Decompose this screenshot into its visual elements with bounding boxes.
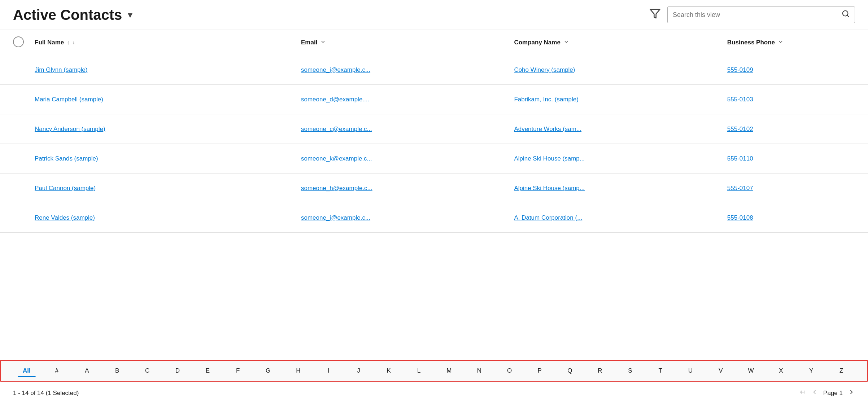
- phone-link-4[interactable]: 555-0107: [727, 185, 753, 192]
- svg-marker-0: [650, 9, 660, 18]
- record-count: 1 - 14 of 14 (1 Selected): [13, 390, 79, 397]
- sort-ascending-icon[interactable]: ↑: [67, 39, 70, 45]
- row-fullname-1[interactable]: Maria Campbell (sample): [35, 96, 301, 103]
- alpha-item-q[interactable]: Q: [555, 364, 585, 377]
- col-header-phone: Business Phone: [727, 39, 855, 46]
- row-phone-0[interactable]: 555-0109: [727, 66, 855, 74]
- alpha-item-z[interactable]: Z: [826, 364, 856, 377]
- alpha-item-i[interactable]: I: [313, 364, 344, 377]
- alpha-item-u[interactable]: U: [675, 364, 706, 377]
- row-phone-5[interactable]: 555-0108: [727, 214, 855, 221]
- alpha-item-m[interactable]: M: [434, 364, 464, 377]
- company-label: Company Name: [514, 39, 560, 46]
- alpha-item-all[interactable]: All: [12, 364, 42, 377]
- phone-sort-icon[interactable]: [778, 39, 784, 46]
- row-company-3[interactable]: Alpine Ski House (samp...: [514, 155, 727, 162]
- company-link-3[interactable]: Alpine Ski House (samp...: [514, 155, 585, 162]
- phone-link-3[interactable]: 555-0110: [727, 155, 753, 162]
- page-label: Page 1: [823, 390, 843, 397]
- row-phone-3[interactable]: 555-0110: [727, 155, 855, 162]
- row-email-0[interactable]: someone_j@example.c...: [301, 66, 514, 74]
- company-link-2[interactable]: Adventure Works (sam...: [514, 126, 581, 132]
- row-company-5[interactable]: A. Datum Corporation (...: [514, 214, 727, 221]
- alpha-item-k[interactable]: K: [374, 364, 404, 377]
- search-box[interactable]: [667, 6, 855, 23]
- sort-descending-icon[interactable]: ↓: [73, 40, 75, 45]
- alpha-item-x[interactable]: X: [766, 364, 796, 377]
- alpha-item-f[interactable]: F: [223, 364, 253, 377]
- row-email-5[interactable]: someone_i@example.c...: [301, 214, 514, 221]
- email-link-5[interactable]: someone_i@example.c...: [301, 214, 370, 221]
- search-input[interactable]: [673, 11, 838, 19]
- email-link-2[interactable]: someone_c@example.c...: [301, 126, 372, 132]
- alpha-item-s[interactable]: S: [615, 364, 645, 377]
- fullname-link-4[interactable]: Paul Cannon (sample): [35, 185, 96, 192]
- row-company-4[interactable]: Alpine Ski House (samp...: [514, 185, 727, 192]
- phone-link-1[interactable]: 555-0103: [727, 96, 753, 103]
- email-sort-icon[interactable]: [320, 39, 326, 46]
- alpha-item-e[interactable]: E: [193, 364, 223, 377]
- fullname-link-2[interactable]: Nancy Anderson (sample): [35, 126, 105, 132]
- fullname-link-3[interactable]: Patrick Sands (sample): [35, 155, 98, 162]
- phone-link-0[interactable]: 555-0109: [727, 66, 753, 73]
- fullname-link-1[interactable]: Maria Campbell (sample): [35, 96, 103, 103]
- next-page-icon[interactable]: [848, 388, 855, 398]
- alpha-item-y[interactable]: Y: [796, 364, 826, 377]
- alpha-item-b[interactable]: B: [102, 364, 132, 377]
- alpha-item-v[interactable]: V: [706, 364, 736, 377]
- alpha-item-o[interactable]: O: [494, 364, 525, 377]
- row-company-0[interactable]: Coho Winery (sample): [514, 66, 727, 74]
- first-page-icon[interactable]: [799, 388, 806, 398]
- page-title: Active Contacts: [13, 7, 122, 23]
- company-sort-icon[interactable]: [563, 39, 569, 46]
- prev-page-icon[interactable]: [811, 388, 818, 398]
- alpha-item-w[interactable]: W: [736, 364, 766, 377]
- email-link-3[interactable]: someone_k@example.c...: [301, 155, 372, 162]
- row-phone-4[interactable]: 555-0107: [727, 185, 855, 192]
- company-link-1[interactable]: Fabrikam, Inc. (sample): [514, 96, 579, 103]
- row-company-2[interactable]: Adventure Works (sam...: [514, 126, 727, 133]
- phone-link-2[interactable]: 555-0102: [727, 126, 753, 132]
- alpha-item-l[interactable]: L: [404, 364, 434, 377]
- alpha-item-p[interactable]: P: [524, 364, 555, 377]
- row-fullname-2[interactable]: Nancy Anderson (sample): [35, 126, 301, 133]
- company-link-0[interactable]: Coho Winery (sample): [514, 66, 575, 73]
- row-email-2[interactable]: someone_c@example.c...: [301, 126, 514, 133]
- phone-link-5[interactable]: 555-0108: [727, 214, 753, 221]
- title-dropdown-icon[interactable]: ▾: [128, 9, 132, 21]
- alpha-item-d[interactable]: D: [162, 364, 193, 377]
- row-email-1[interactable]: someone_d@example....: [301, 96, 514, 103]
- alpha-item-c[interactable]: C: [132, 364, 162, 377]
- email-link-0[interactable]: someone_j@example.c...: [301, 66, 370, 73]
- row-phone-2[interactable]: 555-0102: [727, 126, 855, 133]
- row-email-4[interactable]: someone_h@example.c...: [301, 185, 514, 192]
- col-header-fullname: Full Name ↑ ↓: [35, 39, 301, 46]
- email-link-1[interactable]: someone_d@example....: [301, 96, 369, 103]
- svg-line-2: [847, 15, 849, 17]
- row-phone-1[interactable]: 555-0103: [727, 96, 855, 103]
- checkbox-circle-icon[interactable]: [13, 36, 24, 47]
- row-email-3[interactable]: someone_k@example.c...: [301, 155, 514, 162]
- email-link-4[interactable]: someone_h@example.c...: [301, 185, 372, 192]
- row-fullname-5[interactable]: Rene Valdes (sample): [35, 214, 301, 221]
- alpha-item-j[interactable]: J: [344, 364, 374, 377]
- fullname-label: Full Name: [35, 39, 64, 46]
- fullname-link-0[interactable]: Jim Glynn (sample): [35, 66, 87, 73]
- select-all-checkbox[interactable]: [13, 36, 35, 48]
- table-row: Rene Valdes (sample) someone_i@example.c…: [0, 203, 868, 233]
- alpha-item-a[interactable]: A: [72, 364, 102, 377]
- row-company-1[interactable]: Fabrikam, Inc. (sample): [514, 96, 727, 103]
- row-fullname-4[interactable]: Paul Cannon (sample): [35, 185, 301, 192]
- alpha-item-n[interactable]: N: [464, 364, 494, 377]
- alpha-item-r[interactable]: R: [585, 364, 615, 377]
- company-link-4[interactable]: Alpine Ski House (samp...: [514, 185, 585, 192]
- alpha-item-#[interactable]: #: [42, 364, 72, 377]
- row-fullname-3[interactable]: Patrick Sands (sample): [35, 155, 301, 162]
- fullname-link-5[interactable]: Rene Valdes (sample): [35, 214, 95, 221]
- alpha-item-g[interactable]: G: [253, 364, 283, 377]
- alpha-item-t[interactable]: T: [645, 364, 676, 377]
- row-fullname-0[interactable]: Jim Glynn (sample): [35, 66, 301, 74]
- filter-icon[interactable]: [649, 8, 661, 22]
- company-link-5[interactable]: A. Datum Corporation (...: [514, 214, 582, 221]
- alpha-item-h[interactable]: H: [283, 364, 313, 377]
